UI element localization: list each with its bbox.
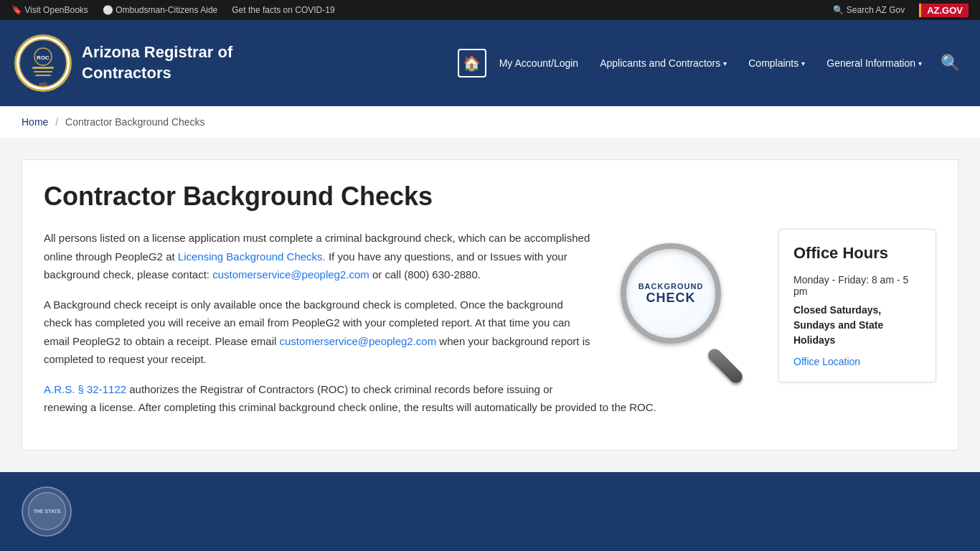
office-hours-title: Office Hours (793, 244, 921, 263)
magnifier-glass: BACKGROUND CHECK (621, 243, 721, 344)
footer-logo-svg: THE STATE (27, 491, 67, 531)
utility-bar: 🔖 Visit OpenBooks ⚪ Ombudsman-Citizens A… (0, 0, 980, 20)
svg-text:ROC: ROC (37, 55, 50, 61)
main-section: Contractor Background Checks BACKGROUND … (0, 138, 980, 472)
search-button[interactable]: 🔍 (935, 48, 966, 78)
site-logo[interactable]: ROC 1931 Arizona Registrar of Contractor… (14, 34, 240, 92)
site-title-text: Arizona Registrar of Contractors (82, 42, 240, 83)
office-weekday-hours: Monday - Friday: 8 am - 5 pm (793, 274, 921, 297)
page-title: Contractor Background Checks (44, 182, 936, 212)
footer-logo: THE STATE (22, 486, 72, 537)
office-location-link[interactable]: Office Location (793, 356, 860, 367)
breadcrumb-separator: / (55, 116, 58, 128)
search-icon: 🔍 (833, 5, 844, 15)
breadcrumb-home-link[interactable]: Home (22, 116, 48, 128)
paragraph-3: A.R.S. § 32-1122 authorizes the Registra… (44, 380, 757, 417)
svg-rect-4 (35, 75, 51, 76)
applicants-chevron-icon: ▾ (723, 60, 727, 67)
my-account-link[interactable]: My Account/Login (491, 52, 588, 75)
covid-link[interactable]: Get the facts on COVID-19 (232, 5, 334, 15)
site-header: ROC 1931 Arizona Registrar of Contractor… (0, 20, 980, 106)
footer: THE STATE (0, 472, 980, 551)
content-layout: BACKGROUND CHECK All persons listed on a… (44, 229, 936, 428)
logo-circle: ROC 1931 (14, 34, 72, 92)
ombudsman-link[interactable]: ⚪ Ombudsman-Citizens Aide (103, 5, 217, 15)
svg-point-0 (19, 39, 67, 87)
licensing-bg-checks-link[interactable]: Licensing Background Checks. (178, 250, 326, 263)
complaints-chevron-icon: ▾ (801, 60, 805, 67)
background-check-image: BACKGROUND CHECK (613, 236, 757, 380)
content-main: BACKGROUND CHECK All persons listed on a… (44, 229, 757, 428)
breadcrumb: Home / Contractor Background Checks (0, 106, 980, 138)
office-closed-text: Closed Saturdays, Sundays and State Holi… (793, 303, 921, 348)
az-gov-badge: AZ.GOV (919, 4, 969, 17)
magnifier-graphic: BACKGROUND CHECK (613, 236, 757, 380)
bg-text-line2: CHECK (646, 291, 695, 306)
svg-text:1931: 1931 (39, 82, 47, 86)
svg-rect-3 (34, 71, 52, 72)
breadcrumb-current: Contractor Background Checks (65, 116, 205, 128)
office-hours-box: Office Hours Monday - Friday: 8 am - 5 p… (778, 229, 936, 382)
email-link-1[interactable]: customerservice@peopleg2.com (212, 268, 369, 281)
main-nav: 🏠 My Account/Login Applicants and Contra… (458, 48, 966, 78)
email-link-2[interactable]: customerservice@peopleg2.com (280, 335, 437, 347)
complaints-link[interactable]: Complaints ▾ (740, 52, 814, 75)
applicants-and-contractors-link[interactable]: Applicants and Contractors ▾ (591, 52, 735, 75)
visit-openbooks-link[interactable]: 🔖 Visit OpenBooks (11, 5, 88, 15)
search-az-gov[interactable]: 🔍 Search AZ Gov (833, 5, 905, 15)
bg-text-line1: BACKGROUND (639, 282, 704, 291)
logo-svg: ROC 1931 (18, 38, 68, 88)
general-info-chevron-icon: ▾ (918, 60, 922, 67)
svg-rect-2 (32, 67, 54, 69)
svg-text:THE STATE: THE STATE (33, 509, 60, 514)
general-info-link[interactable]: General Information ▾ (818, 52, 930, 75)
content-sidebar: Office Hours Monday - Friday: 8 am - 5 p… (778, 229, 936, 382)
home-nav-button[interactable]: 🏠 (458, 49, 486, 77)
ars-link[interactable]: A.R.S. § 32-1122 (44, 383, 126, 395)
inner-section: Contractor Background Checks BACKGROUND … (22, 159, 958, 451)
